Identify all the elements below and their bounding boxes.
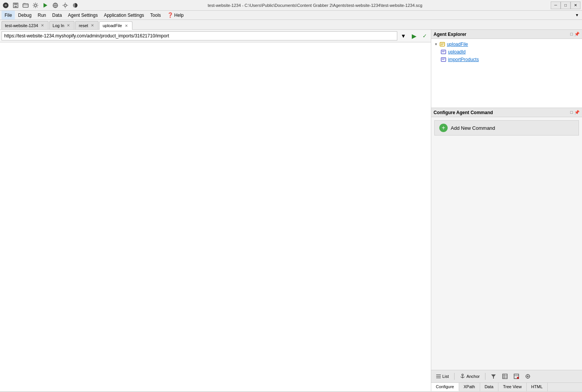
toolbar-filter[interactable] [489, 373, 498, 380]
toolbar-list-label: List [442, 374, 449, 379]
configure-panel-controls: □ 📌 [570, 110, 580, 115]
agent-explorer-controls: □ 📌 [570, 32, 580, 37]
tab-xpath[interactable]: XPath [459, 383, 480, 391]
tab-bar: test-website-1234 ✕ Log In ✕ reset ✕ upl… [0, 20, 582, 30]
tab-label: uploadFile [103, 23, 122, 28]
url-dropdown[interactable]: ▼ [399, 31, 408, 40]
tree-item-uploadid[interactable]: uploadId [439, 48, 580, 56]
configure-panel-title: Configure Agent Command [434, 110, 493, 115]
tab-close-reset[interactable]: ✕ [90, 23, 95, 28]
main-layout: ▼ ▶ ✓ Agent Explorer □ 📌 ▼ [0, 30, 582, 391]
tree-expand-arrow: ▼ [434, 42, 438, 46]
open-icon[interactable] [21, 1, 30, 10]
tree-label-uploadid: uploadId [448, 49, 466, 55]
tab-tree-view[interactable]: Tree View [498, 383, 527, 391]
title-bar: test-website-1234 - C:\Users\Public\Docu… [0, 0, 582, 11]
toolbar-delete-table[interactable] [512, 373, 521, 380]
tree-label-importproducts: importProducts [448, 57, 479, 62]
menu-bar: File Debug Run Data Agent Settings Appli… [0, 11, 582, 20]
target-icon [525, 374, 530, 379]
tree-label-uploadfile: uploadFile [447, 42, 468, 47]
menu-agent-settings[interactable]: Agent Settings [65, 11, 101, 19]
toolbar-list[interactable]: List [434, 373, 450, 380]
tab-close-login[interactable]: ✕ [66, 23, 71, 28]
tab-reset[interactable]: reset ✕ [75, 21, 98, 29]
configure-panel: Configure Agent Command □ 📌 + Add New Co… [431, 108, 582, 391]
toolbar-anchor[interactable]: Anchor [458, 373, 481, 380]
url-bar: ▼ ▶ ✓ [0, 30, 431, 42]
svg-point-28 [462, 374, 463, 376]
app-icon [2, 1, 10, 10]
tab-label: Log In [53, 23, 64, 28]
table-icon [502, 374, 508, 379]
url-input[interactable] [2, 31, 397, 40]
tab-login[interactable]: Log In ✕ [49, 21, 75, 29]
save-icon[interactable] [11, 1, 20, 10]
toolbar-divider-2 [485, 373, 485, 380]
configure-restore-icon[interactable]: □ [570, 110, 573, 115]
menu-tools[interactable]: Tools [147, 11, 164, 19]
menu-help[interactable]: ❓ Help [164, 11, 187, 19]
tab-close-test-website[interactable]: ✕ [40, 23, 45, 28]
config-icon[interactable] [61, 1, 69, 10]
tab-label: test-website-1234 [5, 23, 38, 28]
title-bar-icons [2, 1, 79, 10]
help-icon: ❓ [167, 12, 173, 18]
tree-area: ▼ uploadFile [431, 39, 582, 108]
add-command-label: Add New Command [451, 125, 495, 131]
configure-panel-header: Configure Agent Command □ 📌 [431, 108, 582, 117]
configure-content: + Add New Command [431, 117, 582, 370]
close-button[interactable]: ✕ [571, 2, 580, 9]
confirm-button[interactable]: ✓ [420, 31, 429, 40]
add-new-command-button[interactable]: + Add New Command [434, 120, 579, 136]
svg-point-7 [34, 4, 37, 6]
tab-data[interactable]: Data [480, 383, 498, 391]
menu-run[interactable]: Run [35, 11, 49, 19]
window-controls: ─ □ ✕ [551, 2, 580, 9]
navigate-button[interactable]: ▶ [409, 31, 419, 40]
svg-point-13 [64, 4, 66, 6]
toolbar-anchor-label: Anchor [466, 374, 480, 379]
list-icon [436, 374, 441, 379]
svg-point-40 [527, 376, 529, 377]
toolbar-table[interactable] [501, 373, 509, 380]
run-icon[interactable] [41, 1, 50, 10]
menu-application-settings[interactable]: Application Settings [101, 11, 147, 19]
tab-html[interactable]: HTML [527, 383, 548, 391]
settings-icon[interactable] [31, 1, 40, 10]
restore-icon[interactable]: □ [570, 32, 573, 37]
add-circle-icon: + [439, 124, 448, 132]
svg-marker-8 [44, 3, 47, 8]
menu-debug[interactable]: Debug [15, 11, 34, 19]
tab-configure[interactable]: Configure [431, 383, 459, 391]
configure-toolbar: List Anchor [431, 370, 582, 382]
maximize-button[interactable]: □ [561, 2, 571, 9]
configure-pin-icon[interactable]: 📌 [574, 110, 580, 115]
agent-explorer: Agent Explorer □ 📌 ▼ [431, 30, 582, 108]
agent-node-icon [439, 41, 445, 47]
minimize-button[interactable]: ─ [551, 2, 561, 9]
browser-content [0, 42, 431, 391]
tab-label: reset [79, 23, 88, 28]
tab-test-website-1234[interactable]: test-website-1234 ✕ [2, 21, 48, 29]
agent-explorer-header: Agent Explorer □ 📌 [431, 30, 582, 39]
browser-icon[interactable] [51, 1, 60, 10]
filter-icon [491, 374, 496, 379]
menu-chevron[interactable]: ▼ [575, 13, 580, 17]
tab-uploadfile[interactable]: uploadFile ✕ [99, 21, 132, 30]
anchor-icon [460, 374, 465, 379]
tree-item-uploadfile[interactable]: ▼ uploadFile [433, 40, 580, 48]
menu-file[interactable]: File [2, 11, 15, 19]
svg-rect-5 [23, 4, 28, 7]
tree-item-importproducts[interactable]: importProducts [439, 56, 580, 63]
toolbar-divider-1 [454, 373, 455, 380]
svg-rect-3 [14, 3, 17, 5]
theme-icon[interactable] [71, 1, 79, 10]
browser-area: ▼ ▶ ✓ [0, 30, 431, 391]
pin-icon[interactable]: 📌 [574, 32, 580, 37]
configure-tabs: Configure XPath Data Tree View HTML [431, 382, 582, 391]
menu-data[interactable]: Data [49, 11, 65, 19]
node-icon-importproducts [440, 56, 447, 63]
toolbar-target[interactable] [524, 373, 532, 380]
tab-close-uploadfile[interactable]: ✕ [124, 23, 129, 28]
